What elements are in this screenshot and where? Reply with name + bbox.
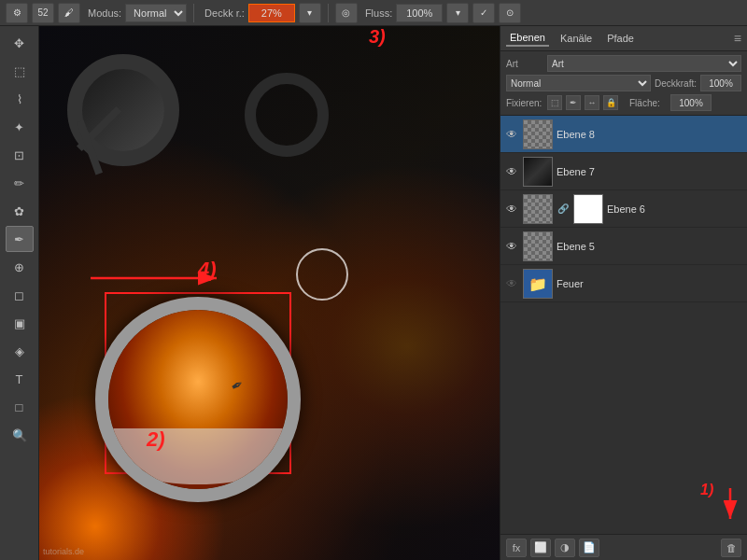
separator1 (193, 4, 194, 22)
folder-icon: 📁 (529, 274, 547, 292)
layers-panel: Ebenen Kanäle Pfade ≡ Art Art Normal Dec… (500, 26, 747, 560)
layer-name-feuer: Feuer (557, 278, 743, 289)
deckk-dropdown[interactable]: ▾ (299, 3, 321, 23)
tool-brush[interactable]: ✒ (6, 226, 34, 252)
layer-mask-ebene6 (573, 194, 603, 224)
tab-ebenen[interactable]: Ebenen (506, 30, 549, 47)
layer-thumb-feuer: 📁 (523, 269, 553, 299)
separator2 (328, 4, 329, 22)
flaeche-input[interactable] (670, 94, 712, 111)
layer-thumb-ebene5 (523, 231, 553, 261)
layer-item-ebene8[interactable]: 👁 Ebene 8 (500, 116, 747, 153)
fluss-label: Fluss: (365, 7, 392, 19)
layers-controls: Art Art Normal Deckkraft: Fixieren: ⬚ ✒ … (500, 51, 747, 116)
layer-item-ebene5[interactable]: 👁 Ebene 5 (500, 228, 747, 265)
tool-options-icon[interactable]: ⚙ (6, 3, 28, 23)
deckk-label: Deckk r.: (204, 7, 245, 19)
layer-thumb-ebene8 (523, 119, 553, 149)
layer-item-ebene6[interactable]: 👁 🔗 Ebene 6 (500, 190, 747, 228)
tab-kanaele[interactable]: Kanäle (557, 31, 596, 46)
deckkraft-input[interactable] (700, 75, 741, 91)
layer-link-ebene6: 🔗 (557, 203, 570, 216)
delete-layer-button[interactable]: 🗑 (721, 539, 741, 557)
annotation-2: 2) (147, 427, 165, 452)
deckk-input[interactable] (248, 4, 295, 22)
layer-name-ebene8: Ebene 8 (557, 129, 743, 140)
layer-name-ebene5: Ebene 5 (557, 241, 743, 252)
fluss-input[interactable] (396, 4, 443, 22)
tool-spot-heal[interactable]: ✿ (6, 198, 34, 224)
tool-select-rect[interactable]: ⬚ (6, 58, 34, 84)
fluss-dropdown[interactable]: ▾ (446, 3, 469, 23)
layers-bottom-toolbar: fx ⬜ ◑ 📄 🗑 1) (500, 534, 747, 560)
fixieren-row: Fixieren: ⬚ ✒ ↔ 🔒 Fläche: (506, 94, 741, 111)
layer-thumb-ebene6 (523, 194, 553, 224)
zoom-arc (113, 428, 283, 484)
zoom-inset (95, 297, 301, 502)
art-select[interactable]: Art (547, 55, 741, 72)
tool-zoom[interactable]: 🔍 (6, 422, 34, 448)
layer-item-feuer[interactable]: 👁 📁 Feuer (500, 265, 747, 302)
airbrush-icon[interactable]: ◎ (335, 3, 358, 23)
layer-eye-ebene6[interactable]: 👁 (504, 202, 519, 217)
tool-quick-select[interactable]: ✦ (6, 114, 34, 140)
tab-pfade[interactable]: Pfade (603, 31, 638, 46)
tool-move[interactable]: ✥ (6, 30, 34, 56)
tool-eraser[interactable]: ◻ (6, 282, 34, 308)
modus-select[interactable]: Normal (125, 4, 187, 22)
layers-list: 👁 Ebene 8 👁 Ebene 7 👁 🔗 Ebene 6 👁 Ebene … (500, 116, 747, 534)
tool-crop[interactable]: ⊡ (6, 142, 34, 168)
adjustment-layer-button[interactable]: ◑ (555, 539, 575, 557)
brush-size-value: 52 (37, 7, 48, 18)
fixieren-label: Fixieren: (506, 98, 543, 108)
canvas-area: ✒ 2) 4) tutorials.de (39, 26, 500, 560)
tool-lasso[interactable]: ⌇ (6, 86, 34, 112)
blend-mode-select[interactable]: Normal (506, 75, 651, 91)
deckkraft-label: Deckkraft: (655, 78, 697, 89)
layer-thumb-ebene7 (523, 157, 553, 187)
tool-eyedropper[interactable]: ✏ (6, 170, 34, 196)
brush-size-input[interactable]: 52 (32, 3, 54, 23)
tool-text[interactable]: T (6, 366, 34, 392)
brush-preset-icon[interactable]: 🖌 (58, 3, 80, 23)
tool-pen[interactable]: ◈ (6, 338, 34, 364)
top-toolbar: ⚙ 52 🖌 Modus: Normal Deckk r.: ▾ ◎ Fluss… (0, 0, 747, 26)
panel-tabs: Ebenen Kanäle Pfade ≡ (500, 26, 747, 51)
fx-button[interactable]: fx (506, 539, 527, 557)
left-tool-panel: ✥ ⬚ ⌇ ✦ ⊡ ✏ ✿ ✒ ⊕ ◻ ▣ ◈ T □ 🔍 (0, 26, 39, 560)
fix-move-icon[interactable]: ↔ (585, 95, 599, 110)
wheel-center (245, 73, 329, 157)
annotation-1-arrow: 1) (684, 483, 740, 530)
tool-clone[interactable]: ⊕ (6, 254, 34, 280)
fix-lock-icon[interactable]: 🔒 (603, 95, 618, 110)
layer-item-ebene7[interactable]: 👁 Ebene 7 (500, 153, 747, 190)
panel-menu-btn[interactable]: ≡ (734, 31, 741, 46)
brush-cursor (296, 248, 348, 301)
layer-eye-ebene5[interactable]: 👁 (504, 239, 519, 254)
fix-all-icon[interactable]: ⬚ (547, 95, 562, 110)
layer-eye-feuer[interactable]: 👁 (504, 276, 519, 291)
modus-label: Modus: (88, 7, 121, 19)
zoom-inner (108, 310, 288, 489)
art-label: Art (506, 59, 543, 69)
layer-name-ebene7: Ebene 7 (557, 166, 743, 177)
new-layer-button[interactable]: 📄 (579, 539, 599, 557)
layer-eye-ebene7[interactable]: 👁 (504, 164, 519, 179)
art-row: Art Art (506, 55, 741, 72)
tool-gradient[interactable]: ▣ (6, 310, 34, 336)
mode-deckkraft-row: Normal Deckkraft: (506, 75, 741, 91)
layer-eye-ebene8[interactable]: 👁 (504, 127, 519, 142)
check-icon[interactable]: ✓ (472, 3, 495, 23)
watermark: tutorials.de (43, 547, 84, 556)
target-icon[interactable]: ⊙ (499, 3, 521, 23)
tool-shape[interactable]: □ (6, 394, 34, 420)
add-mask-button[interactable]: ⬜ (530, 539, 551, 557)
fix-paint-icon[interactable]: ✒ (566, 95, 581, 110)
wheel-left (67, 54, 179, 166)
flaeche-label: Fläche: (629, 98, 667, 108)
svg-text:1): 1) (700, 483, 713, 497)
annotation-4: 4) (198, 258, 217, 282)
layer-name-ebene6: Ebene 6 (607, 203, 743, 215)
